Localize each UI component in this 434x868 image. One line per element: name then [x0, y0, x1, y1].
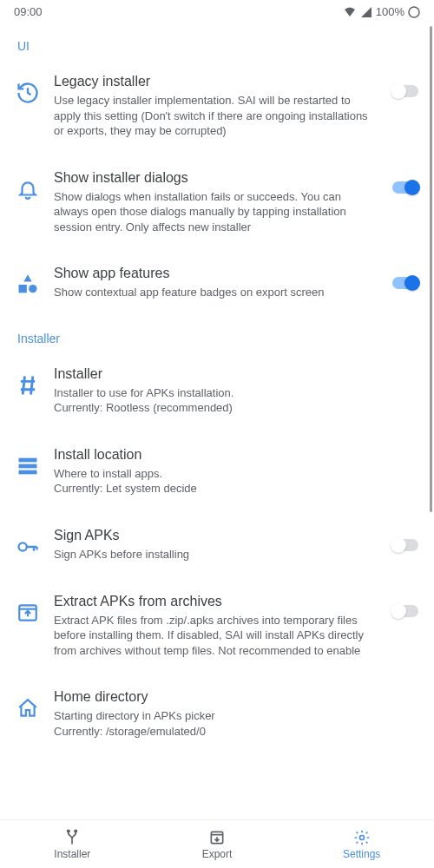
svg-point-8	[68, 830, 70, 832]
svg-point-9	[75, 830, 77, 832]
bell-icon	[14, 175, 42, 203]
setting-title: Show installer dialogs	[54, 170, 378, 186]
setting-title: Sign APKs	[54, 528, 378, 543]
toggle-legacy-installer[interactable]	[391, 82, 420, 100]
bottom-nav: Installer Export Settings	[0, 819, 434, 868]
setting-title: Home directory	[54, 689, 420, 705]
signal-icon	[360, 6, 372, 18]
wifi-icon	[343, 6, 357, 18]
svg-point-2	[29, 285, 36, 293]
setting-title: Show app features	[54, 266, 378, 281]
status-right: 100%	[343, 5, 420, 18]
setting-legacy-installer[interactable]: Legacy installer Use legacy installer im…	[14, 58, 420, 155]
key-icon	[14, 533, 42, 561]
setting-desc: Extract APK files from .zip/.apks archiv…	[54, 613, 378, 659]
setting-desc: Starting directory in APKs picker Curren…	[54, 708, 420, 739]
setting-show-features[interactable]: Show app features Show contextual app fe…	[14, 250, 420, 316]
setting-desc: Show dialogs when installation fails or …	[54, 189, 378, 235]
setting-text: Install location Where to install apps. …	[54, 447, 420, 496]
setting-text: Show app features Show contextual app fe…	[54, 266, 378, 300]
section-header-ui: UI	[14, 23, 420, 58]
svg-point-0	[409, 7, 419, 17]
setting-title: Installer	[54, 366, 420, 382]
setting-show-dialogs[interactable]: Show installer dialogs Show dialogs when…	[14, 155, 420, 251]
svg-point-11	[359, 835, 364, 839]
setting-sign-apks[interactable]: Sign APKs Sign APKs before installing	[14, 512, 420, 578]
gear-icon	[353, 829, 371, 846]
setting-text: Legacy installer Use legacy installer im…	[54, 74, 378, 139]
setting-text: Home directory Starting directory in APK…	[54, 689, 420, 739]
nav-export[interactable]: Export	[145, 820, 290, 868]
toggle-sign-apks[interactable]	[391, 536, 420, 554]
section-header-installer: Installer	[14, 316, 420, 351]
nav-label: Installer	[54, 848, 90, 860]
setting-title: Install location	[54, 447, 420, 463]
history-icon	[14, 79, 42, 107]
battery-icon	[408, 6, 420, 18]
svg-point-6	[19, 542, 27, 550]
status-time: 09:00	[14, 5, 43, 18]
svg-rect-3	[19, 458, 37, 463]
nav-label: Export	[202, 848, 233, 860]
hash-icon	[14, 372, 42, 399]
setting-desc: Sign APKs before installing	[54, 547, 378, 562]
setting-desc: Where to install apps. Currently: Let sy…	[54, 466, 420, 496]
setting-title: Legacy installer	[54, 74, 378, 89]
setting-text: Extract APKs from archives Extract APK f…	[54, 594, 378, 659]
svg-rect-1	[19, 285, 27, 293]
export-icon	[208, 829, 226, 846]
setting-title: Extract APKs from archives	[54, 594, 378, 609]
setting-installer-choice[interactable]: Installer Installer to use for APKs inst…	[14, 351, 420, 431]
battery-text: 100%	[376, 5, 404, 18]
svg-rect-4	[19, 464, 37, 469]
setting-text: Sign APKs Sign APKs before installing	[54, 528, 378, 562]
toggle-extract-apks[interactable]	[391, 602, 420, 620]
setting-text: Show installer dialogs Show dialogs when…	[54, 170, 378, 235]
setting-desc: Installer to use for APKs installation. …	[54, 385, 420, 416]
home-icon	[14, 694, 42, 722]
setting-extract-apks[interactable]: Extract APKs from archives Extract APK f…	[14, 578, 420, 674]
storage-icon	[14, 452, 42, 480]
nav-installer[interactable]: Installer	[0, 820, 145, 868]
status-bar: 09:00 100%	[0, 0, 434, 23]
setting-install-location[interactable]: Install location Where to install apps. …	[14, 431, 420, 512]
nav-settings[interactable]: Settings	[289, 820, 434, 868]
setting-desc: Show contextual app feature badges on ex…	[54, 285, 378, 300]
nav-label: Settings	[343, 848, 380, 860]
archive-icon	[14, 599, 42, 627]
svg-rect-5	[19, 470, 37, 475]
setting-desc: Use legacy installer implementation. SAI…	[54, 93, 378, 139]
toggle-show-dialogs[interactable]	[391, 179, 420, 196]
setting-text: Installer Installer to use for APKs inst…	[54, 366, 420, 416]
fork-icon	[63, 829, 81, 846]
setting-home-directory[interactable]: Home directory Starting directory in APK…	[14, 674, 420, 754]
scrollbar[interactable]	[430, 26, 432, 512]
shapes-icon	[14, 271, 42, 299]
settings-content: UI Legacy installer Use legacy installer…	[0, 23, 434, 798]
toggle-show-features[interactable]	[391, 274, 420, 292]
